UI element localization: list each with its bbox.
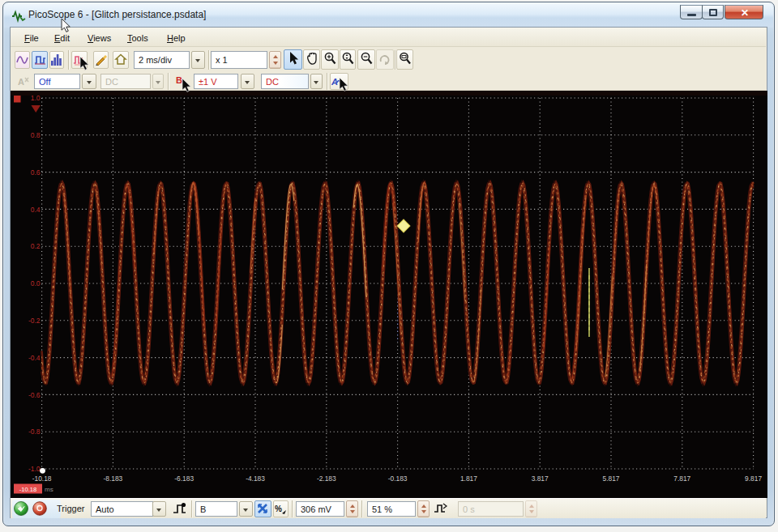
svg-text:-4.183: -4.183 <box>246 475 265 483</box>
svg-text:0.4: 0.4 <box>31 206 41 214</box>
svg-text:7.817: 7.817 <box>673 475 690 483</box>
svg-text:1.817: 1.817 <box>460 475 477 483</box>
svg-text:5.817: 5.817 <box>603 475 620 483</box>
svg-text:-0.2: -0.2 <box>28 317 41 325</box>
svg-text:0.0: 0.0 <box>31 279 41 287</box>
svg-text:3.817: 3.817 <box>532 475 549 483</box>
svg-text:ms: ms <box>45 486 53 493</box>
svg-text:-2.183: -2.183 <box>317 475 336 483</box>
svg-text:-10.18: -10.18 <box>32 475 52 483</box>
svg-text:-0.8: -0.8 <box>28 428 41 436</box>
svg-text:-8.183: -8.183 <box>104 475 123 483</box>
svg-text:%: % <box>275 504 282 513</box>
svg-text:-10.18: -10.18 <box>19 486 37 493</box>
svg-text:1.0: 1.0 <box>31 94 41 102</box>
svg-text:-6.183: -6.183 <box>174 475 194 483</box>
svg-text:0.8: 0.8 <box>31 131 41 139</box>
svg-text:-0.6: -0.6 <box>28 391 41 399</box>
svg-text:9.817: 9.817 <box>745 475 762 483</box>
svg-text:-0.4: -0.4 <box>28 354 41 362</box>
svg-text:A: A <box>18 77 24 87</box>
svg-text:0.6: 0.6 <box>31 168 41 177</box>
svg-text:-1.0: -1.0 <box>28 465 41 473</box>
svg-text:-0.183: -0.183 <box>388 475 408 483</box>
svg-text:0.2: 0.2 <box>31 242 41 250</box>
